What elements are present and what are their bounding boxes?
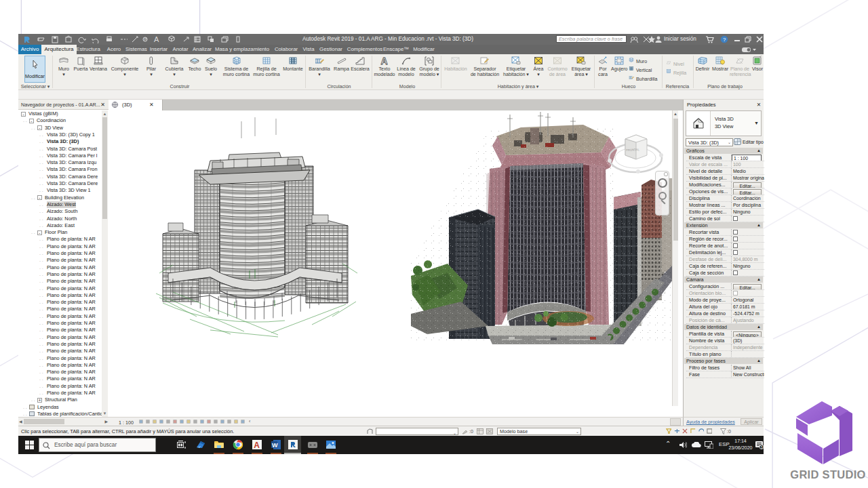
svg-text:P: P (144, 37, 146, 41)
svg-text:FRONTAL: FRONTAL (626, 148, 639, 152)
svg-text:W: W (272, 442, 278, 449)
svg-text:A: A (254, 441, 260, 450)
svg-text:A: A (154, 35, 159, 43)
svg-text:?: ? (723, 37, 726, 43)
svg-text:GRID STUDIO: GRID STUDIO (790, 468, 865, 481)
